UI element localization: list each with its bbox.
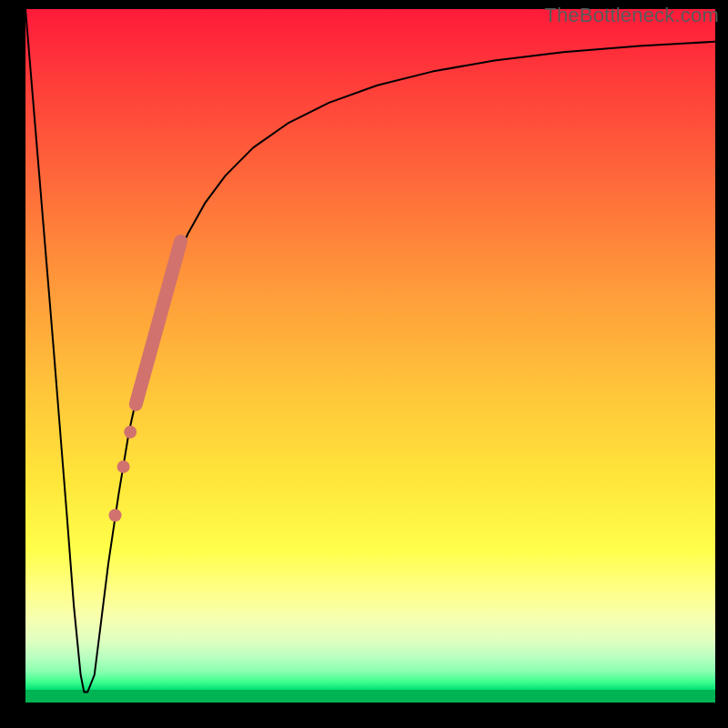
- marker-dot: [117, 460, 130, 473]
- attribution-text: TheBottleneck.com: [544, 4, 719, 27]
- marker-dot: [109, 509, 122, 521]
- chart-curve-layer: [25, 9, 715, 703]
- marker-segment: [136, 241, 180, 404]
- marker-dot: [124, 426, 136, 439]
- bottleneck-curve: [25, 9, 715, 693]
